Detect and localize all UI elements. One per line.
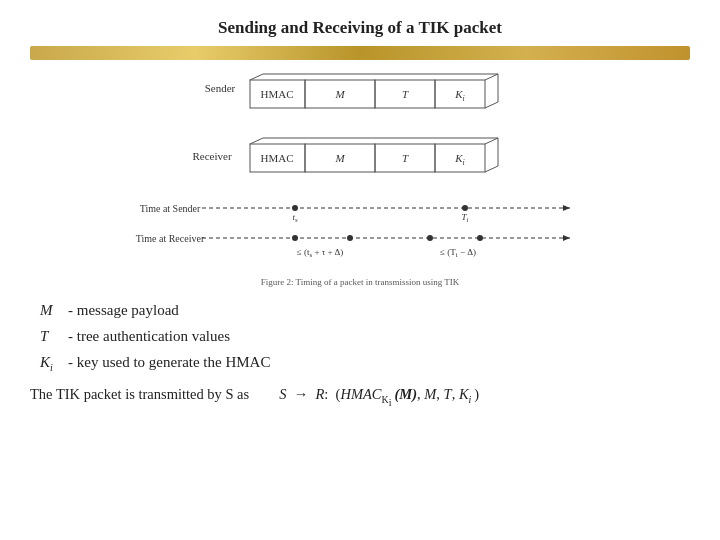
svg-point-33 (462, 205, 468, 211)
legend-desc-t: - tree authentication values (68, 324, 230, 348)
svg-text:Receiver: Receiver (192, 150, 231, 162)
svg-text:Sender: Sender (205, 82, 236, 94)
svg-text:≤ (ts + τ + Δ): ≤ (ts + τ + Δ) (297, 247, 343, 259)
svg-line-10 (485, 102, 498, 108)
svg-text:Ki: Ki (454, 88, 465, 103)
svg-point-38 (292, 235, 298, 241)
legend-area: M - message payload T - tree authenticat… (40, 298, 690, 376)
svg-point-39 (347, 235, 353, 241)
legend-item-ki: Ki - key used to generate the HMAC (40, 350, 690, 376)
legend-key-t: T (40, 324, 68, 348)
svg-text:≤ (Ti − Δ): ≤ (Ti − Δ) (440, 247, 476, 259)
tik-diagram: Sender HMAC M T Ki Receiver (120, 70, 600, 290)
svg-text:Ti: Ti (462, 212, 469, 224)
svg-text:ts: ts (292, 212, 298, 224)
diagram-area: Sender HMAC M T Ki Receiver (30, 70, 690, 290)
svg-text:Time at Sender: Time at Sender (140, 203, 201, 214)
svg-text:HMAC: HMAC (260, 152, 293, 164)
svg-text:T: T (402, 88, 409, 100)
legend-item-t: T - tree authentication values (40, 324, 690, 348)
svg-text:Time at Receiver: Time at Receiver (136, 233, 205, 244)
svg-text:M: M (334, 152, 345, 164)
svg-text:M: M (334, 88, 345, 100)
page: Sending and Receiving of a TIK packet Se… (0, 0, 720, 540)
svg-text:Ki: Ki (454, 152, 465, 167)
legend-key-ki: Ki (40, 350, 68, 376)
svg-line-24 (485, 166, 498, 172)
bottom-left-text: The TIK packet is transmitted by S as (30, 386, 249, 403)
legend-desc-m: - message payload (68, 298, 179, 322)
svg-point-41 (477, 235, 483, 241)
bottom-row: The TIK packet is transmitted by S as S … (30, 386, 690, 408)
svg-text:Figure 2: Timing of a packet i: Figure 2: Timing of a packet in transmis… (261, 277, 460, 287)
svg-line-26 (250, 138, 263, 144)
svg-point-31 (292, 205, 298, 211)
svg-line-23 (485, 138, 498, 144)
svg-marker-30 (563, 205, 570, 211)
svg-line-12 (250, 74, 263, 80)
legend-key-m: M (40, 298, 68, 322)
page-title: Sending and Receiving of a TIK packet (30, 18, 690, 38)
svg-point-40 (427, 235, 433, 241)
bottom-right-text: S → R: (HMACKi (M), M, T, Ki ) (279, 386, 479, 408)
svg-text:T: T (402, 152, 409, 164)
gold-bar-decoration (30, 46, 690, 60)
svg-marker-37 (563, 235, 570, 241)
svg-line-9 (485, 74, 498, 80)
legend-item-m: M - message payload (40, 298, 690, 322)
legend-desc-ki: - key used to generate the HMAC (68, 350, 270, 374)
svg-text:HMAC: HMAC (260, 88, 293, 100)
